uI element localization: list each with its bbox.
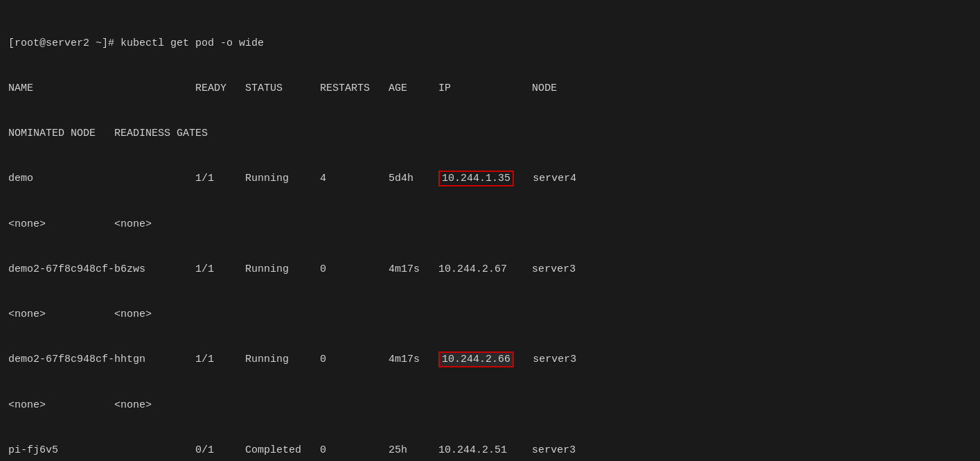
- line-3: NOMINATED NODE READINESS GATES: [8, 126, 972, 141]
- line-5: <none> <none>: [8, 217, 972, 232]
- line-8-before: demo2-67f8c948cf-hhtgn 1/1 Running 0 4m1…: [8, 354, 438, 365]
- line-4-before: demo 1/1 Running 4 5d4h: [8, 173, 438, 184]
- line-8-after: server3: [514, 354, 576, 365]
- terminal: [root@server2 ~]# kubectl get pod -o wid…: [0, 0, 980, 461]
- line-6: demo2-67f8c948cf-b6zws 1/1 Running 0 4m1…: [8, 262, 972, 277]
- line-4-after: server4: [514, 173, 576, 184]
- line-4: demo 1/1 Running 4 5d4h 10.244.1.35 serv…: [8, 171, 972, 186]
- line-10: pi-fj6v5 0/1 Completed 0 25h 10.244.2.51…: [8, 443, 972, 458]
- line-7: <none> <none>: [8, 307, 972, 322]
- ip-highlight-red: 10.244.1.35: [438, 171, 514, 186]
- ip-highlight-white: 10.244.2.66: [438, 351, 514, 367]
- line-8: demo2-67f8c948cf-hhtgn 1/1 Running 0 4m1…: [8, 352, 972, 367]
- line-2: NAME READY STATUS RESTARTS AGE IP NODE: [8, 81, 972, 96]
- line-9: <none> <none>: [8, 398, 972, 413]
- line-1: [root@server2 ~]# kubectl get pod -o wid…: [8, 36, 972, 51]
